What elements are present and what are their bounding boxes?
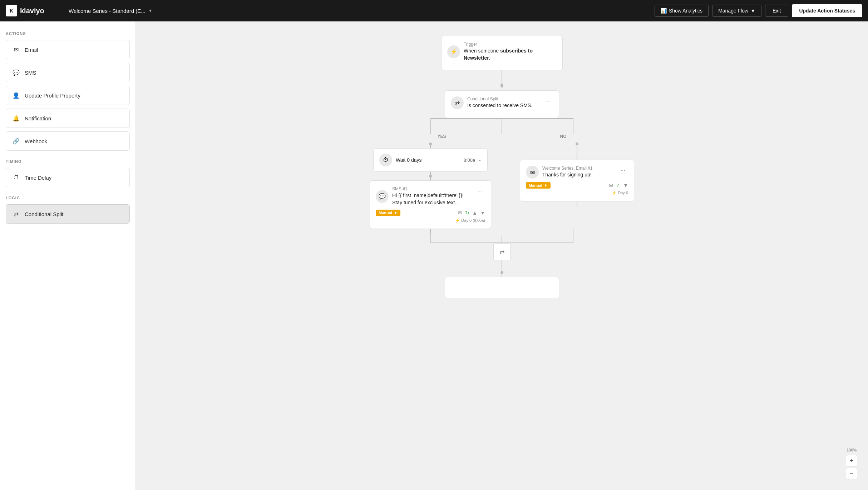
- email-footer-actions: ✉ ✓ ▼: [609, 182, 628, 188]
- conditional-split-node[interactable]: ⇄ Conditional Split Is consented to rece…: [445, 90, 559, 118]
- email-node-icon: ✉: [526, 166, 539, 179]
- email-manual-tag[interactable]: Manual ▼: [526, 182, 551, 189]
- zoom-controls: 100% + −: [846, 448, 857, 479]
- email-merge-connector: [577, 201, 577, 206]
- flow-title-text: Welcome Series - Standard (E...: [69, 8, 146, 14]
- sidebar-item-sms[interactable]: 💬 SMS: [6, 63, 130, 82]
- sms-node-text: Hi {{ first_name|default:'there' }}! Sta…: [392, 192, 471, 206]
- split-title-area: Conditional Split Is consented to receiv…: [467, 96, 532, 109]
- yes-label: YES: [437, 134, 446, 139]
- sidebar-item-time-delay[interactable]: ⏱ Time Delay: [6, 168, 130, 187]
- trigger-title-area: Trigger When someone subscribes to Newsl…: [464, 42, 557, 61]
- zoom-in-button[interactable]: +: [846, 455, 857, 466]
- sidebar-item-update-profile[interactable]: 👤 Update Profile Property: [6, 86, 130, 105]
- merge-center-vertical: [502, 236, 502, 243]
- split-icon: ⇄: [12, 210, 20, 218]
- after-merge-connector: [502, 260, 502, 271]
- webhook-icon: 🔗: [12, 137, 20, 145]
- sms-refresh-icon[interactable]: ↻: [465, 210, 469, 216]
- email-mail-icon[interactable]: ✉: [609, 182, 613, 188]
- wait-time-text: 8:00a: [464, 158, 475, 163]
- merge-left-vertical: [430, 229, 431, 243]
- trigger-text-after: .: [489, 55, 490, 61]
- split-vertical-connector: [502, 118, 502, 134]
- sms-connector-top: [430, 178, 431, 180]
- email-node-menu-icon[interactable]: ···: [618, 166, 628, 175]
- sms-node-icon: 💬: [376, 190, 389, 203]
- header-actions: 📊 Show Analytics Manage Flow ▼ Exit Upda…: [655, 4, 862, 17]
- logic-section-title: LOGIC: [6, 196, 130, 200]
- chevron-down-icon: ▼: [750, 8, 755, 14]
- time-delay-label: Time Delay: [25, 175, 51, 181]
- sidebar: ACTIONS ✉ Email 💬 SMS 👤 Update Profile P…: [0, 21, 136, 490]
- sms-node[interactable]: 💬 SMS #1 Hi {{ first_name|default:'there…: [370, 180, 491, 229]
- notification-label: Notification: [25, 115, 51, 121]
- wait-menu-icon[interactable]: ···: [477, 157, 482, 163]
- placeholder-node[interactable]: [445, 277, 559, 298]
- split-label: Conditional Split: [467, 96, 532, 101]
- merge-node[interactable]: ⇄: [493, 243, 511, 260]
- sms-node-menu-icon[interactable]: ···: [475, 186, 485, 196]
- split-node-icon: ⇄: [451, 96, 464, 109]
- logo-text: klaviyo: [20, 7, 44, 15]
- show-analytics-button[interactable]: 📊 Show Analytics: [655, 5, 709, 17]
- no-branch-dot: [576, 142, 578, 145]
- trigger-icon: ⚡: [447, 45, 460, 58]
- email-label: Email: [25, 47, 38, 53]
- email-check-icon[interactable]: ✓: [616, 182, 620, 188]
- sms-up-icon[interactable]: ▲: [472, 210, 477, 216]
- sms-email-icon[interactable]: ✉: [458, 210, 462, 216]
- split-node-header: ⇄ Conditional Split Is consented to rece…: [451, 96, 553, 109]
- email-icon: ✉: [12, 45, 20, 54]
- sidebar-item-webhook[interactable]: 🔗 Webhook: [6, 131, 130, 151]
- wait-icon: ⏱: [379, 154, 392, 166]
- trigger-label: Trigger: [464, 42, 557, 47]
- yes-branch-dot: [429, 142, 432, 145]
- email-node-footer: Manual ▼ ✉ ✓ ▼: [526, 182, 628, 189]
- logo-icon: K: [6, 5, 17, 16]
- timer-icon: ⏱: [12, 173, 20, 182]
- trigger-node[interactable]: ⚡ Trigger When someone subscribes to New…: [441, 36, 563, 70]
- header: K klaviyo Welcome Series - Standard (E..…: [0, 0, 868, 21]
- email-filter-icon[interactable]: ▼: [623, 182, 628, 188]
- bar-chart-icon: 📊: [661, 8, 667, 14]
- logic-section: LOGIC ⇄ Conditional Split: [6, 196, 130, 224]
- sms-title-area: SMS #1 Hi {{ first_name|default:'there' …: [392, 186, 471, 206]
- conditional-split-label: Conditional Split: [25, 211, 63, 217]
- exit-button[interactable]: Exit: [765, 5, 788, 17]
- canvas: ⚡ Trigger When someone subscribes to New…: [136, 21, 868, 490]
- flow-container: ⚡ Trigger When someone subscribes to New…: [150, 36, 854, 320]
- no-branch-connector-top: [577, 145, 577, 160]
- update-action-statuses-button[interactable]: Update Action Statuses: [792, 4, 862, 17]
- sms-label: SMS: [25, 70, 36, 76]
- email-node-header: ✉ Welcome Series, Email #1 Thanks for si…: [526, 166, 628, 179]
- actions-section: ACTIONS ✉ Email 💬 SMS 👤 Update Profile P…: [6, 31, 130, 151]
- split-lines-container: [409, 118, 595, 134]
- email-node[interactable]: ✉ Welcome Series, Email #1 Thanks for si…: [520, 160, 634, 201]
- manage-flow-button[interactable]: Manage Flow ▼: [712, 5, 761, 17]
- sidebar-item-conditional-split[interactable]: ⇄ Conditional Split: [6, 204, 130, 224]
- email-node-text: Thanks for signing up!: [542, 171, 593, 179]
- after-merge-dot: [500, 271, 503, 274]
- sms-manual-tag[interactable]: Manual ▼: [376, 210, 400, 216]
- merge-icon: ⇄: [500, 249, 504, 255]
- trigger-node-header: ⚡ Trigger When someone subscribes to New…: [447, 42, 557, 61]
- bottom-connector: [502, 274, 502, 277]
- merge-lines-container: [409, 229, 595, 243]
- wait-node[interactable]: ⏱ Wait 0 days 8:00a ···: [373, 148, 488, 172]
- sidebar-item-notification[interactable]: 🔔 Notification: [6, 109, 130, 128]
- wait-connector: [430, 172, 431, 175]
- sms-icon: 💬: [12, 68, 20, 77]
- main-layout: ACTIONS ✉ Email 💬 SMS 👤 Update Profile P…: [0, 21, 868, 490]
- sms-day-badge: ⚡ Day 0 (8:00a): [376, 218, 485, 223]
- sidebar-item-email[interactable]: ✉ Email: [6, 40, 130, 59]
- split-horizontal-line: [430, 118, 573, 119]
- zoom-out-button[interactable]: −: [846, 468, 857, 479]
- update-profile-label: Update Profile Property: [25, 92, 80, 99]
- flow-title[interactable]: Welcome Series - Standard (E... ▼: [69, 8, 649, 14]
- split-menu-icon[interactable]: ···: [543, 96, 553, 106]
- timing-section-title: TIMING: [6, 159, 130, 164]
- sms-filter-icon[interactable]: ▼: [480, 210, 485, 216]
- yes-branch-connector-top: [430, 145, 431, 148]
- webhook-label: Webhook: [25, 138, 47, 144]
